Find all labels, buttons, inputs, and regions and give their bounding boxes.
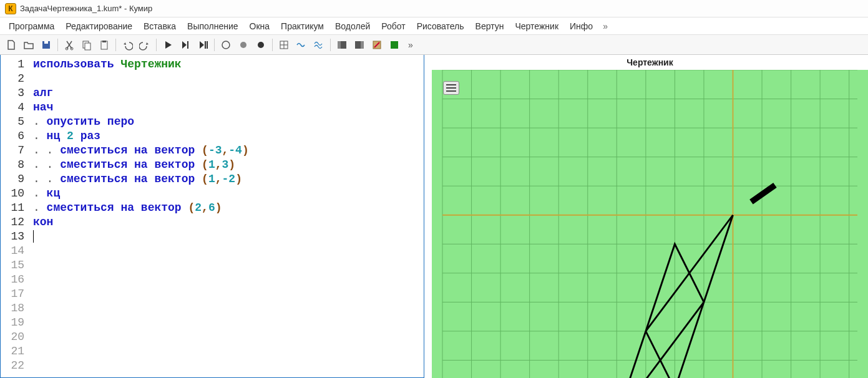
code-line[interactable]: . . сместиться на вектор (-3,-4): [33, 143, 420, 158]
code-line[interactable]: . нц 2 раз: [33, 129, 420, 143]
svg-rect-5: [85, 43, 90, 50]
line-number: 17: [3, 287, 24, 301]
wave-icon[interactable]: [294, 37, 309, 52]
line-number: 7: [3, 143, 24, 158]
main-area: 12345678910111213141516171819202122 испо…: [0, 55, 868, 378]
line-number: 3: [3, 86, 24, 100]
code-line[interactable]: [33, 230, 420, 244]
svg-rect-9: [205, 41, 206, 49]
panel1-icon[interactable]: [334, 37, 349, 52]
menu-item-редактирование[interactable]: Редактирование: [61, 20, 137, 32]
undo-icon[interactable]: [120, 37, 135, 52]
save-file-icon[interactable]: [39, 37, 54, 52]
code-line[interactable]: . . сместиться на вектор (1,-2): [33, 172, 420, 187]
svg-rect-7: [102, 41, 106, 42]
toolbar-separator: [330, 39, 331, 51]
line-number: 8: [3, 158, 24, 172]
code-line[interactable]: . опустить перо: [33, 115, 420, 129]
menu-item-рисователь[interactable]: Рисователь: [412, 20, 469, 32]
app-icon: К: [5, 3, 16, 14]
svg-rect-1: [44, 41, 48, 44]
toolbar: »: [0, 35, 868, 55]
line-number: 19: [3, 316, 24, 330]
toolbar-separator: [57, 39, 58, 51]
paste-icon[interactable]: [97, 37, 112, 52]
menu-item-окна[interactable]: Окна: [245, 20, 275, 32]
menu-overflow[interactable]: »: [599, 20, 612, 32]
line-number: 18: [3, 301, 24, 316]
line-number: 20: [3, 330, 24, 344]
menu-item-робот[interactable]: Робот: [376, 20, 410, 32]
toolbar-separator: [156, 39, 157, 51]
svg-rect-10: [207, 41, 208, 49]
line-number: 5: [3, 115, 24, 129]
line-number: 15: [3, 258, 24, 273]
drawing-canvas[interactable]: [432, 70, 868, 378]
code-body[interactable]: использовать Чертежникалгнач. опустить п…: [29, 55, 424, 377]
line-number: 2: [3, 72, 24, 86]
line-number: 6: [3, 129, 24, 143]
line-gutter: 12345678910111213141516171819202122: [1, 55, 29, 377]
menu-item-водолей[interactable]: Водолей: [330, 20, 375, 32]
green-icon[interactable]: [387, 37, 402, 52]
menu-item-чертежник[interactable]: Чертежник: [510, 20, 563, 32]
line-number: 1: [3, 57, 24, 72]
panel2-icon[interactable]: [352, 37, 367, 52]
drawing-title: Чертежник: [432, 55, 868, 70]
line-number: 9: [3, 172, 24, 187]
code-line[interactable]: . кц: [33, 187, 420, 201]
drawing-pane: Чертежник: [432, 55, 868, 378]
toolbar-separator: [214, 39, 215, 51]
pen-marker: [751, 185, 775, 202]
line-number: 14: [3, 244, 24, 258]
wave2-icon[interactable]: [311, 37, 326, 52]
svg-point-13: [258, 42, 264, 48]
line-number: 11: [3, 201, 24, 215]
new-file-icon[interactable]: [4, 37, 19, 52]
paint-icon[interactable]: [369, 37, 384, 52]
title-bar: К ЗадачаЧертежника_1.kum* - Кумир: [0, 0, 868, 17]
copy-icon[interactable]: [79, 37, 94, 52]
record-icon[interactable]: [253, 37, 268, 52]
grid1-icon[interactable]: [276, 37, 291, 52]
run-icon[interactable]: [160, 37, 175, 52]
grid-svg: [432, 70, 868, 378]
line-number: 16: [3, 273, 24, 287]
window-title: ЗадачаЧертежника_1.kum* - Кумир: [20, 4, 152, 13]
menu-item-вертун[interactable]: Вертун: [471, 20, 509, 32]
code-line[interactable]: алг: [33, 86, 420, 100]
toolbar-separator: [272, 39, 273, 51]
menu-item-вставка[interactable]: Вставка: [139, 20, 181, 32]
svg-point-11: [222, 41, 230, 49]
line-number: 10: [3, 187, 24, 201]
menu-item-выполнение[interactable]: Выполнение: [182, 20, 243, 32]
cut-icon[interactable]: [62, 37, 77, 52]
svg-rect-18: [361, 41, 364, 49]
code-editor[interactable]: 12345678910111213141516171819202122 испо…: [0, 55, 424, 378]
menu-item-практикум[interactable]: Практикум: [276, 20, 329, 32]
svg-point-12: [240, 42, 246, 48]
pause-icon[interactable]: [236, 37, 251, 52]
canvas-menu-button[interactable]: [443, 81, 459, 95]
menu-item-инфо[interactable]: Инфо: [565, 20, 598, 32]
svg-rect-16: [338, 41, 341, 49]
menu-item-программа[interactable]: Программа: [4, 20, 59, 32]
step-over-icon[interactable]: [195, 37, 210, 52]
step-icon[interactable]: [178, 37, 193, 52]
code-line[interactable]: . сместиться на вектор (2,6): [33, 201, 420, 215]
line-number: 21: [3, 344, 24, 359]
code-line[interactable]: кон: [33, 215, 420, 230]
svg-rect-20: [391, 41, 398, 49]
line-number: 4: [3, 100, 24, 115]
line-number: 22: [3, 359, 24, 373]
code-line[interactable]: . . сместиться на вектор (1,3): [33, 158, 420, 172]
code-line[interactable]: нач: [33, 100, 420, 115]
code-line[interactable]: [33, 72, 420, 86]
code-line[interactable]: использовать Чертежник: [33, 57, 420, 72]
toolbar-overflow[interactable]: »: [404, 39, 417, 51]
redo-icon[interactable]: [137, 37, 152, 52]
stop-icon[interactable]: [218, 37, 233, 52]
menu-bar: ПрограммаРедактированиеВставкаВыполнение…: [0, 17, 868, 35]
line-number: 13: [3, 230, 24, 244]
open-file-icon[interactable]: [21, 37, 36, 52]
